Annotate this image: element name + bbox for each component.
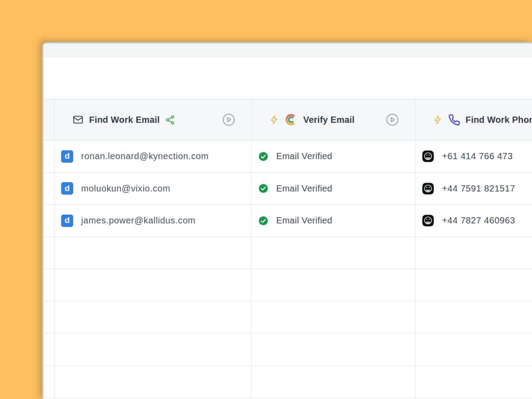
provider-c-logo-icon <box>285 113 298 126</box>
smiley-badge-icon <box>422 183 434 195</box>
verify-cell[interactable]: Email Verified <box>252 205 415 237</box>
data-table: Find Work Email <box>43 99 532 399</box>
table-header-row: Find Work Email <box>43 99 532 141</box>
empty-table-row <box>43 333 532 366</box>
empty-table-row <box>43 237 532 270</box>
email-value: moluokun@vixio.com <box>81 184 170 194</box>
run-column-button[interactable] <box>222 113 235 126</box>
window-titlebar <box>43 43 532 57</box>
verify-cell[interactable]: Email Verified <box>252 141 415 172</box>
row-gutter <box>43 301 55 333</box>
phone-value: +61 414 766 473 <box>442 151 513 161</box>
phone-icon <box>448 114 460 126</box>
table-row: d james.power@kallidus.com Email Verifie… <box>43 205 532 237</box>
email-value: james.power@kallidus.com <box>81 215 196 226</box>
check-circle-icon <box>258 184 268 193</box>
empty-cell[interactable] <box>55 333 252 365</box>
email-cell[interactable]: d ronan.leonard@kynection.com <box>55 141 252 172</box>
empty-cell[interactable] <box>415 269 532 301</box>
toolbar-space <box>43 57 532 99</box>
row-gutter <box>43 173 55 205</box>
debounce-d-icon: d <box>61 182 73 195</box>
mail-icon <box>72 114 84 125</box>
column-label: Find Work Phone <box>466 115 532 125</box>
zap-icon <box>433 115 443 125</box>
empty-cell[interactable] <box>415 301 532 333</box>
smiley-badge-icon <box>422 215 434 227</box>
verify-status: Email Verified <box>276 151 332 161</box>
run-column-button[interactable] <box>386 113 399 126</box>
check-circle-icon <box>258 152 268 161</box>
verify-status: Email Verified <box>276 215 332 226</box>
app-window: Find Work Email <box>42 42 532 399</box>
row-gutter <box>43 205 55 237</box>
debounce-d-icon: d <box>61 215 73 227</box>
smiley-badge-icon <box>422 150 434 162</box>
phone-value: +44 7591 821517 <box>442 184 515 194</box>
empty-cell[interactable] <box>55 366 252 398</box>
verify-cell[interactable]: Email Verified <box>252 173 415 205</box>
table-row: d moluokun@vixio.com Email Verified +44 … <box>43 173 532 205</box>
empty-cell[interactable] <box>252 366 415 398</box>
email-value: ronan.leonard@kynection.com <box>81 151 209 161</box>
zap-icon <box>270 115 279 125</box>
empty-cell[interactable] <box>252 333 415 365</box>
phone-cell[interactable]: +44 7591 821517 <box>415 173 532 205</box>
phone-value: +44 7827 460963 <box>442 215 515 226</box>
column-header-find-work-email[interactable]: Find Work Email <box>55 99 252 140</box>
email-cell[interactable]: d moluokun@vixio.com <box>55 173 252 205</box>
empty-cell[interactable] <box>55 269 252 301</box>
table-row: d ronan.leonard@kynection.com Email Veri… <box>43 141 532 173</box>
row-gutter <box>43 366 55 398</box>
empty-cell[interactable] <box>415 237 532 269</box>
waterfall-share-icon <box>165 115 175 125</box>
empty-table-row <box>43 301 532 334</box>
empty-cell[interactable] <box>252 301 415 333</box>
check-circle-icon <box>258 216 268 226</box>
empty-table-row <box>43 269 532 301</box>
row-gutter-header <box>43 99 55 140</box>
column-header-find-work-phone[interactable]: Find Work Phone <box>415 99 532 140</box>
debounce-d-icon: d <box>61 150 73 163</box>
phone-cell[interactable]: +44 7827 460963 <box>415 205 532 237</box>
empty-cell[interactable] <box>252 237 415 269</box>
verify-status: Email Verified <box>276 184 332 194</box>
row-gutter <box>43 269 55 301</box>
empty-cell[interactable] <box>55 301 252 333</box>
row-gutter <box>43 141 55 172</box>
column-label: Verify Email <box>303 115 355 125</box>
column-header-verify-email[interactable]: Verify Email <box>252 99 415 140</box>
empty-cell[interactable] <box>415 333 532 365</box>
empty-cell[interactable] <box>55 237 252 269</box>
email-cell[interactable]: d james.power@kallidus.com <box>55 205 252 237</box>
column-label: Find Work Email <box>89 115 160 125</box>
row-gutter <box>43 333 55 365</box>
phone-cell[interactable]: +61 414 766 473 <box>415 141 532 172</box>
row-gutter <box>43 237 55 269</box>
empty-table-row <box>43 366 532 398</box>
empty-cell[interactable] <box>415 366 532 398</box>
empty-cell[interactable] <box>252 269 415 301</box>
